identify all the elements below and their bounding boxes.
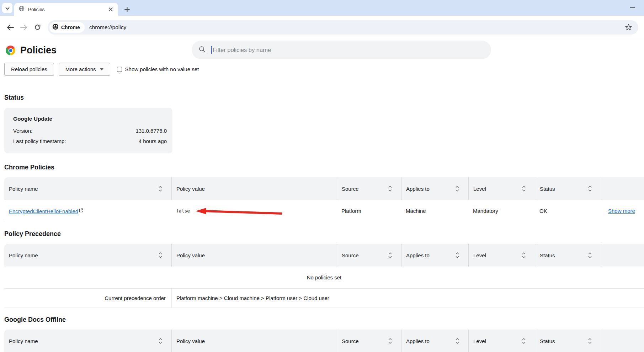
- column-label: Policy name: [9, 338, 38, 344]
- sort-icon: [456, 252, 459, 258]
- column-label: Policy value: [176, 252, 205, 258]
- dropdown-caret-icon: [100, 68, 103, 70]
- google-docs-offline-heading: Google Docs Offline: [4, 316, 644, 324]
- reload-button[interactable]: [31, 21, 44, 34]
- external-link-icon: [79, 207, 83, 214]
- minimize-button[interactable]: [628, 4, 637, 12]
- sort-status[interactable]: Status: [535, 244, 601, 267]
- page-brand: Policies: [6, 45, 57, 56]
- applies-to-cell: Machine: [401, 208, 468, 214]
- sort-policy-name[interactable]: Policy name: [4, 244, 171, 267]
- status-heading: Status: [4, 94, 644, 101]
- search-icon: [199, 46, 206, 54]
- status-row-version: Version: 131.0.6776.0: [13, 128, 167, 134]
- sort-icon: [588, 252, 592, 258]
- show-no-value-checkbox[interactable]: [117, 67, 122, 72]
- more-actions-button[interactable]: More actions: [59, 63, 110, 76]
- red-annotation-arrow-icon: [196, 207, 283, 216]
- column-policy-value: Policy value: [171, 330, 337, 352]
- tab-strip: Policies: [0, 0, 644, 16]
- star-icon: [625, 24, 632, 31]
- sort-icon: [522, 338, 526, 344]
- bookmark-star-button[interactable]: [625, 24, 632, 31]
- show-no-value-option: Show policies with no value set: [117, 66, 199, 72]
- policy-name-link[interactable]: EncryptedClientHelloEnabled: [9, 208, 78, 214]
- tab-search-button[interactable]: [2, 3, 12, 13]
- sort-applies-to[interactable]: Applies to: [401, 177, 468, 200]
- sort-source[interactable]: Source: [337, 330, 401, 352]
- chrome-logo-icon: [6, 46, 15, 55]
- sort-level[interactable]: Level: [468, 177, 535, 200]
- tab-close-button[interactable]: [107, 5, 115, 13]
- sort-policy-name[interactable]: Policy name: [4, 330, 171, 352]
- precedence-order-label: Current precedence order: [4, 295, 171, 301]
- forward-button[interactable]: [17, 21, 31, 34]
- column-label: Policy name: [9, 252, 38, 258]
- empty-table-row: No policies set: [4, 267, 644, 289]
- more-actions-label: More actions: [65, 66, 96, 72]
- sort-icon: [159, 252, 162, 258]
- column-label: Policy value: [176, 186, 205, 192]
- reload-policies-label: Reload policies: [11, 66, 47, 72]
- sort-icon: [159, 338, 162, 344]
- sort-icon: [388, 186, 392, 191]
- browser-toolbar: Chrome chrome://policy: [0, 16, 644, 39]
- column-label: Level: [473, 186, 486, 192]
- sort-icon: [456, 338, 459, 344]
- sort-icon: [388, 252, 392, 258]
- sort-source[interactable]: Source: [337, 177, 401, 200]
- chrome-policies-heading: Chrome Policies: [4, 163, 644, 171]
- status-card: Google Update Version: 131.0.6776.0 Last…: [4, 108, 172, 153]
- column-label: Level: [473, 338, 486, 344]
- sort-icon: [456, 186, 459, 191]
- sort-icon: [522, 186, 526, 191]
- minimize-icon: [629, 7, 635, 9]
- column-label: Source: [342, 186, 359, 192]
- policy-name-cell: EncryptedClientHelloEnabled: [4, 207, 171, 214]
- search-input[interactable]: [213, 47, 484, 53]
- policy-precedence-table: Policy name Policy value Source Applies …: [4, 244, 644, 308]
- back-button[interactable]: [4, 21, 17, 34]
- column-actions: [601, 244, 644, 267]
- sort-status[interactable]: Status: [535, 177, 601, 200]
- sort-status[interactable]: Status: [535, 330, 601, 352]
- column-label: Source: [342, 252, 359, 258]
- precedence-order-value: Platform machine > Cloud machine > Platf…: [171, 289, 644, 308]
- chrome-monochrome-icon: [52, 23, 59, 31]
- sort-applies-to[interactable]: Applies to: [401, 244, 468, 267]
- column-label: Status: [540, 252, 555, 258]
- no-policies-text: No policies set: [307, 274, 342, 280]
- column-actions: [601, 177, 644, 200]
- policy-precedence-heading: Policy Precedence: [4, 230, 644, 238]
- status-label: Last policy timestamp:: [13, 138, 66, 144]
- table-header-row: Policy name Policy value Source Applies …: [4, 330, 644, 352]
- status-cell: OK: [535, 208, 601, 214]
- table-header-row: Policy name Policy value Source Applies …: [4, 244, 644, 267]
- reload-icon: [34, 24, 41, 31]
- column-label: Source: [342, 338, 359, 344]
- page-title: Policies: [20, 45, 57, 56]
- reload-policies-button[interactable]: Reload policies: [4, 63, 54, 76]
- table-header-row: Policy name Policy value Source Applies …: [4, 177, 644, 200]
- sort-applies-to[interactable]: Applies to: [401, 330, 468, 352]
- level-cell: Mandatory: [468, 208, 535, 214]
- sort-policy-name[interactable]: Policy name: [4, 177, 171, 200]
- tab-policies[interactable]: Policies: [14, 3, 118, 16]
- new-tab-button[interactable]: [122, 5, 132, 14]
- url-text[interactable]: chrome://policy: [89, 24, 126, 31]
- status-value: 131.0.6776.0: [135, 128, 167, 134]
- chrome-policies-table: Policy name Policy value Source Applies …: [4, 177, 644, 222]
- chrome-badge[interactable]: Chrome: [49, 22, 85, 33]
- sort-level[interactable]: Level: [468, 244, 535, 267]
- column-label: Applies to: [406, 338, 430, 344]
- sort-source[interactable]: Source: [337, 244, 401, 267]
- globe-icon: [19, 6, 25, 13]
- address-bar[interactable]: Chrome chrome://policy: [48, 20, 638, 35]
- sort-level[interactable]: Level: [468, 330, 535, 352]
- text-caret: [211, 46, 212, 54]
- column-label: Status: [540, 338, 555, 344]
- sort-icon: [588, 338, 592, 344]
- search-box[interactable]: [192, 41, 491, 59]
- plus-icon: [124, 7, 130, 12]
- show-more-link[interactable]: Show more: [608, 208, 635, 214]
